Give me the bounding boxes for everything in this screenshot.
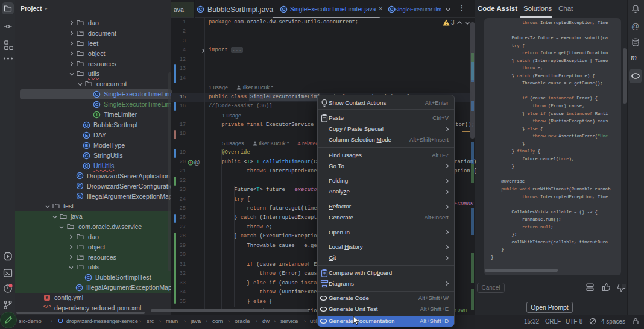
svg-text:C: C	[84, 122, 88, 128]
svg-text:C: C	[78, 183, 81, 189]
svg-text:C: C	[78, 173, 81, 178]
svg-text:C: C	[95, 102, 98, 107]
svg-text:C: C	[78, 193, 81, 199]
svg-text:C: C	[86, 275, 90, 280]
svg-text:C: C	[77, 285, 81, 290]
svg-text:C: C	[95, 92, 98, 97]
svg-text:C: C	[84, 153, 88, 158]
svg-text:E: E	[84, 133, 88, 138]
svg-text:E: E	[84, 143, 88, 148]
svg-text:C: C	[84, 163, 88, 169]
svg-text:C: C	[198, 7, 202, 12]
svg-text:I: I	[96, 112, 97, 118]
